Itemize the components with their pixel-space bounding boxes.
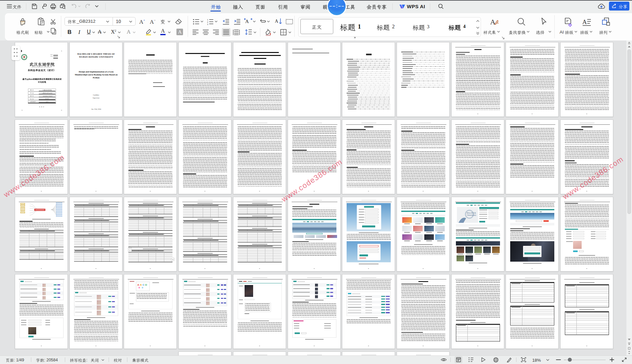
svg-text:BALANCE: BALANCE [467, 212, 476, 214]
svg-text:D: D [145, 283, 147, 286]
svg-text:3: 3 [207, 23, 208, 25]
svg-text:1: 1 [207, 19, 208, 21]
svg-text:A: A [582, 18, 587, 25]
svg-text:TRAINING: TRAINING [467, 214, 476, 216]
svg-text:A: A [137, 283, 139, 286]
svg-text:A: A [490, 18, 495, 26]
svg-text:2: 2 [207, 21, 208, 23]
svg-text:B: B [140, 283, 142, 286]
svg-text:C: C [143, 283, 145, 286]
